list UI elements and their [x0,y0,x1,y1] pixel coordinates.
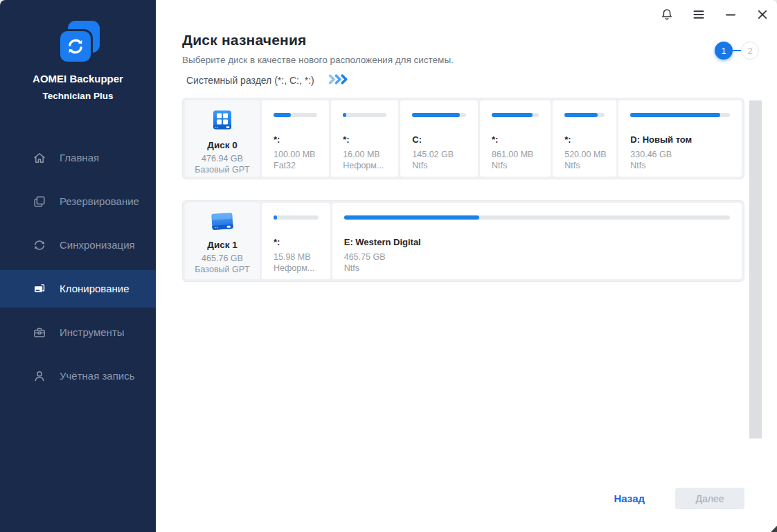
sidebar-item-label: Клонирование [60,283,130,294]
page-subtitle: Выберите диск в качестве нового располож… [182,55,744,65]
partition-card[interactable]: *:520.00 MBNtfs [553,100,616,177]
partition-size: 15.98 MB [274,252,319,262]
sidebar-item-label: Учётная запись [60,370,135,382]
home-icon [33,151,46,165]
next-button[interactable]: Далее [675,488,744,509]
partition-filesystem: Ntfs [492,161,539,170]
disk-layout: Базовый GPT [195,165,249,175]
sidebar-item-label: Резервирование [60,195,139,207]
source-partition-label: Системный раздел (*:, C:, *:) [186,75,314,86]
partition-usage-bar [630,113,730,117]
partition-usage-fill [630,113,720,117]
titlebar [659,7,770,22]
partition-usage-fill [492,113,533,117]
sync-arrows-icon [58,29,93,64]
disk-size: 476.94 GB [202,154,243,163]
sidebar-item-account[interactable]: Учётная запись [0,357,156,395]
partition-usage-fill [274,215,277,220]
partition-size: 465.75 GB [344,252,730,262]
partition-usage-bar [274,113,317,117]
page-title: Диск назначения [182,32,744,48]
minimize-icon[interactable] [723,7,738,22]
partition-filesystem: Ntfs [564,161,605,170]
disk-info-card: Диск 0476.94 GBБазовый GPT [185,100,260,177]
partition-size: 520.00 MB [564,150,605,159]
sidebar-item-tools[interactable]: Инструменты [0,314,156,351]
sidebar-item-sync[interactable]: Синхронизация [0,227,156,264]
footer: Назад Далее [614,488,744,509]
sidebar-nav: ГлавнаяРезервированиеСинхронизацияКлонир… [0,136,156,398]
source-partition-row: Системный раздел (*:, C:, *:) [182,74,744,87]
app-window: AOMEI Backupper Technician Plus ГлавнаяР… [0,0,777,532]
partition-label: C: [412,134,466,145]
app-logo [53,21,104,64]
partition-usage-fill [274,113,291,117]
partition-card[interactable]: C:145.02 GBNtfs [400,100,478,177]
partition-card[interactable]: D: Новый том330.46 GBNtfs [618,100,742,177]
partition-card[interactable]: *:100.00 MBFat32 [262,100,329,177]
partition-usage-fill [343,113,346,117]
step-1-indicator: 1 [715,42,733,60]
partition-card[interactable]: *:15.98 MBНеформ... [262,203,330,279]
partition-label: D: Новый том [630,134,730,145]
partition-usage-bar [344,215,730,220]
disk-list: Диск 0476.94 GBБазовый GPT*:100.00 MBFat… [182,98,744,282]
sidebar-item-clone[interactable]: Клонирование [0,270,156,308]
app-name: AOMEI Backupper [33,73,123,85]
partition-filesystem: Fat32 [274,161,317,170]
partition-card[interactable]: *:861.00 MBNtfs [480,100,551,177]
partition-size: 16.00 MB [343,150,386,159]
partition-label: *: [492,134,539,145]
partition-filesystem: Неформ... [274,263,319,273]
partition-label: *: [343,134,386,145]
partition-label: *: [564,134,605,145]
step-2-indicator: 2 [741,42,759,60]
partition-card[interactable]: E: Western Digital465.75 GBNtfs [332,203,742,279]
resize-grip[interactable] [771,526,777,532]
scrollbar-thumb[interactable] [749,100,762,438]
disk-row[interactable]: Диск 0476.94 GBБазовый GPT*:100.00 MBFat… [182,98,744,179]
disk-size: 465.76 GB [202,254,243,263]
app-edition: Technician Plus [43,91,114,101]
partition-usage-fill [412,113,459,117]
partition-label: *: [274,134,317,145]
sidebar-item-label: Синхронизация [60,239,135,251]
partition-usage-fill [564,113,598,117]
disk-info-card: Диск 1465.76 GBБазовый GPT [185,203,260,279]
close-icon[interactable] [755,7,770,22]
sidebar-item-label: Инструменты [60,326,125,338]
chevrons-right-icon [328,74,349,87]
partition-size: 145.02 GB [412,150,466,159]
partition-size: 861.00 MB [492,150,539,159]
clone-icon [33,282,46,296]
sync-icon [33,238,46,252]
main-content: 12 Диск назначения Выберите диск в качес… [156,0,777,532]
ssd-disk-icon [208,107,236,137]
partition-usage-fill [344,215,479,220]
partition-filesystem: Ntfs [412,161,466,170]
back-button[interactable]: Назад [614,493,645,504]
sidebar-item-home[interactable]: Главная [0,139,156,177]
hdd-disk-icon [208,209,236,237]
partition-size: 330.46 GB [630,150,730,159]
sidebar-item-backup[interactable]: Резервирование [0,183,156,220]
menu-icon[interactable] [691,7,706,22]
partition-label: E: Western Digital [344,237,730,247]
bell-icon[interactable] [659,7,675,22]
app-logo-area: AOMEI Backupper Technician Plus [0,0,156,101]
disk-row[interactable]: Диск 1465.76 GBБазовый GPT*:15.98 MBНефо… [182,200,744,282]
partition-usage-bar [564,113,605,117]
partition-usage-bar [343,113,386,117]
disk-name: Диск 0 [207,140,237,150]
partition-card[interactable]: *:16.00 MBНеформ... [331,100,398,177]
sidebar: AOMEI Backupper Technician Plus ГлавнаяР… [0,0,156,532]
step-indicator: 12 [715,42,759,60]
partition-usage-bar [412,113,466,117]
disk-name: Диск 1 [207,240,237,250]
partition-label: *: [274,237,319,247]
partition-filesystem: Ntfs [630,161,730,170]
partition-usage-bar [274,215,319,220]
partition-size: 100.00 MB [274,150,317,159]
sidebar-item-label: Главная [60,152,99,163]
partition-filesystem: Ntfs [344,263,730,273]
